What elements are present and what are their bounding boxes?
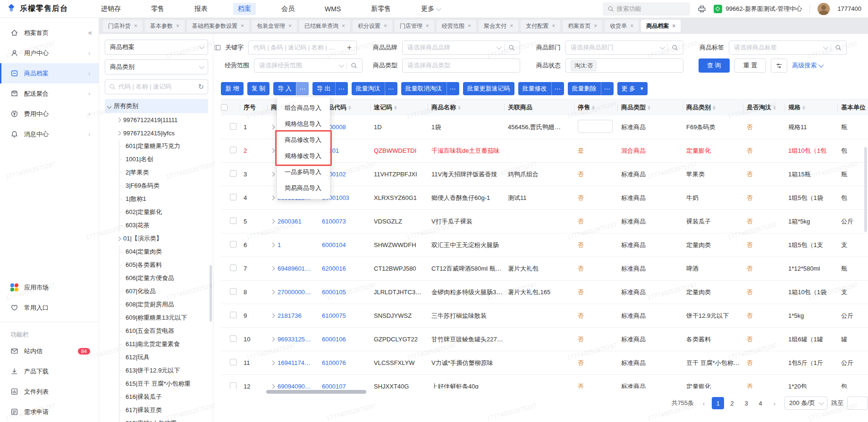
column-header-序号[interactable]: 序号: [240, 99, 267, 116]
nav-item-报表[interactable]: 报表: [190, 3, 212, 15]
tab-商品档案[interactable]: 商品档案×: [641, 20, 681, 32]
expand-row-icon[interactable]: [270, 172, 275, 177]
more-dots-icon[interactable]: ⋯: [296, 82, 309, 95]
barcode-link[interactable]: 2181736: [278, 312, 302, 319]
tab-门店管理[interactable]: 门店管理×: [395, 20, 434, 32]
search-icon[interactable]: [672, 44, 678, 51]
page-button-1[interactable]: 1: [712, 397, 724, 409]
toolbar-button-复制[interactable]: 复 制: [247, 82, 270, 95]
column-settings-button[interactable]: [771, 58, 787, 73]
tab-收货单[interactable]: 收货单×: [605, 20, 639, 32]
row-checkbox[interactable]: [230, 265, 236, 271]
halt-edit-input[interactable]: [578, 120, 613, 133]
barcode-link[interactable]: 16941174…: [278, 359, 311, 366]
more-dots-icon[interactable]: ⋯: [385, 82, 397, 95]
tab-基本参数[interactable]: 基本参数×: [145, 20, 185, 32]
code-link[interactable]: 6000104: [322, 241, 346, 248]
plus-icon[interactable]: +: [347, 43, 352, 52]
sidebar-item-常用入口[interactable]: 常用入口: [0, 298, 99, 318]
close-icon[interactable]: ×: [342, 23, 345, 29]
code-link[interactable]: 6100076: [322, 359, 346, 366]
category-search-input[interactable]: 代码 | 名称 | 速记码 ↻: [105, 79, 208, 94]
menu-item-一品多码导入[interactable]: 一品多码导入: [277, 164, 330, 180]
sidebar-item-费用中心[interactable]: 费用中心›: [0, 104, 99, 124]
expand-row-icon[interactable]: [270, 337, 275, 342]
expand-row-icon[interactable]: [270, 125, 275, 130]
sort-icon[interactable]: [773, 106, 776, 110]
close-icon[interactable]: ×: [176, 23, 179, 29]
column-header-关联商品[interactable]: 关联商品: [504, 99, 574, 116]
nav-item-零售[interactable]: 零售: [146, 3, 169, 15]
sidebar-item-文件列表[interactable]: 文件列表: [0, 381, 99, 402]
sort-icon[interactable]: [394, 106, 397, 110]
toolbar-button-批量删除[interactable]: 批量删除⋯: [568, 82, 614, 95]
nav-item-会员[interactable]: 会员: [277, 3, 299, 15]
expand-row-icon[interactable]: [270, 149, 275, 153]
tree-node[interactable]: 601|定量糖果巧克力: [105, 140, 208, 153]
tree-node[interactable]: 605|各类酱料: [105, 258, 208, 272]
toolbar-button-导入[interactable]: 导 入⋯: [273, 82, 309, 95]
expand-row-icon[interactable]: [270, 266, 275, 271]
goods-tag-select[interactable]: 请选择商品标签: [729, 41, 847, 55]
vertical-scrollbar[interactable]: [864, 147, 867, 232]
more-dots-icon[interactable]: ⋯: [551, 82, 564, 95]
tree-node[interactable]: 615|豆干 豆腐*小包称重: [105, 377, 208, 390]
barcode-link[interactable]: 2600361: [278, 218, 302, 225]
close-icon[interactable]: ×: [384, 23, 387, 29]
code-link[interactable]: 6000105: [322, 289, 346, 296]
tab-聚合支付[interactable]: 聚合支付×: [479, 20, 518, 32]
advanced-search-link[interactable]: 高级搜索: [792, 61, 822, 70]
row-checkbox[interactable]: [230, 335, 236, 342]
keyword-input[interactable]: 代码 | 条码 | 速记码 | 名称 | … +: [248, 41, 357, 55]
row-checkbox[interactable]: [230, 288, 236, 295]
page-button-3[interactable]: 3: [740, 397, 752, 409]
sort-icon[interactable]: [348, 106, 351, 110]
column-header-商品类别[interactable]: 商品类别: [683, 99, 743, 116]
column-header-速记码[interactable]: 速记码: [370, 99, 428, 116]
page-size-select[interactable]: 200 条/页: [784, 397, 827, 410]
toolbar-button-更多[interactable]: 更 多▼: [617, 82, 648, 95]
tree-node[interactable]: 99767122419|11111: [105, 113, 208, 126]
column-header-停售[interactable]: 停售: [574, 99, 617, 116]
query-button[interactable]: 查 询: [699, 58, 730, 73]
scrollbar-thumb[interactable]: [266, 390, 366, 394]
barcode-link[interactable]: 96933125…: [278, 336, 311, 343]
toolbar-button-批量修改[interactable]: 批量修改⋯: [518, 82, 564, 95]
horizontal-scrollbar[interactable]: [225, 389, 868, 394]
row-checkbox[interactable]: [230, 241, 236, 248]
code-link[interactable]: 6100075: [322, 312, 346, 319]
expand-row-icon[interactable]: [270, 196, 275, 200]
tab-已结账单查询[interactable]: 已结账单查询×: [299, 20, 350, 32]
barcode-link[interactable]: 69489601…: [278, 265, 311, 272]
tree-node[interactable]: 1|散称1: [105, 192, 208, 206]
row-checkbox[interactable]: [230, 217, 236, 224]
tree-node[interactable]: 616|裸装瓜子: [105, 390, 208, 404]
code-link[interactable]: 6000107: [322, 383, 346, 389]
refresh-icon[interactable]: ↻: [198, 83, 204, 91]
tree-node[interactable]: 619|蜜饯*小包称重: [105, 417, 208, 422]
row-checkbox[interactable]: [230, 312, 236, 318]
page-button-4[interactable]: 4: [754, 397, 767, 409]
menu-item-商品修改导入[interactable]: 商品修改导入: [277, 132, 330, 148]
row-checkbox[interactable]: [230, 359, 236, 365]
search-icon[interactable]: [351, 62, 357, 69]
toolbar-button-新增[interactable]: 新 增: [221, 82, 244, 95]
next-page-button[interactable]: ›: [768, 397, 781, 409]
sort-icon[interactable]: [648, 106, 650, 110]
close-icon[interactable]: ×: [134, 23, 137, 29]
sidebar-item-站内信[interactable]: 站内信84: [0, 341, 99, 361]
tab-档案首页[interactable]: 档案首页×: [563, 20, 602, 32]
tree-node[interactable]: 2|苹果类: [105, 166, 208, 179]
nav-item-WMS[interactable]: WMS: [320, 3, 346, 15]
tab-门店补货[interactable]: 门店补货×: [103, 20, 143, 32]
tab-包装盒管理[interactable]: 包装盒管理×: [252, 20, 297, 32]
tab-支付配置[interactable]: 支付配置×: [521, 20, 560, 32]
expand-row-icon[interactable]: [270, 290, 275, 295]
tree-node[interactable]: 609|称重糖果13元以下: [105, 311, 208, 324]
sort-icon[interactable]: [713, 106, 716, 110]
search-icon[interactable]: [508, 44, 515, 51]
close-icon[interactable]: ×: [241, 23, 244, 29]
expand-row-icon[interactable]: [270, 219, 275, 224]
sidebar-item-应用市场[interactable]: 应用市场: [0, 277, 99, 298]
tree-node[interactable]: 01|【演示类】: [105, 232, 208, 245]
